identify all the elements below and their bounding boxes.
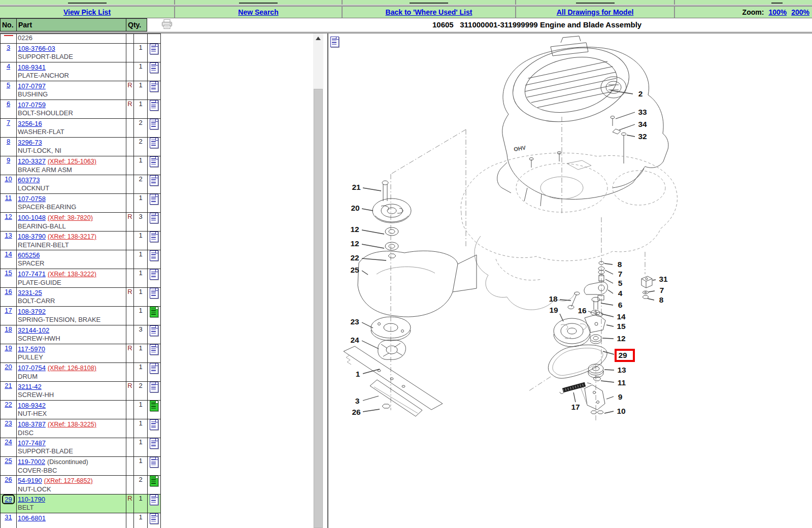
row-number-link[interactable]: 20: [5, 363, 12, 371]
document-icon[interactable]: [150, 382, 158, 392]
part-number-link[interactable]: 3296-73: [18, 139, 42, 146]
nav-link-back-to-where-used-list[interactable]: Back to 'Where Used' List: [386, 8, 472, 16]
callout-6[interactable]: 6: [618, 301, 623, 309]
callout-25[interactable]: 25: [350, 266, 359, 274]
callout-18[interactable]: 18: [549, 294, 558, 303]
callout-13[interactable]: 13: [617, 366, 626, 374]
document-icon[interactable]: [150, 194, 158, 205]
document-icon[interactable]: [150, 269, 158, 280]
part-number-link[interactable]: 110-1790: [18, 496, 45, 503]
callout-34[interactable]: 34: [638, 120, 647, 128]
row-number-link[interactable]: 24: [5, 438, 12, 446]
clipped-row-number-link[interactable]: [4, 35, 13, 36]
part-number-link[interactable]: 107-0758: [18, 195, 46, 203]
callout-4[interactable]: 4: [618, 289, 623, 298]
row-number-link[interactable]: 9: [7, 156, 10, 164]
document-icon[interactable]: [150, 476, 158, 486]
row-number-link[interactable]: 22: [5, 401, 12, 408]
document-icon[interactable]: [150, 307, 158, 317]
callout-16[interactable]: 16: [578, 306, 587, 315]
printer-icon[interactable]: [161, 19, 173, 31]
part-xref-link[interactable]: (XRef: 38-7820): [48, 214, 93, 221]
row-number-link[interactable]: 7: [7, 119, 10, 126]
part-number-link[interactable]: 107-0754: [18, 364, 46, 372]
document-icon[interactable]: [150, 325, 158, 336]
row-number-link[interactable]: 16: [5, 288, 12, 295]
part-number-link[interactable]: 32144-102: [18, 326, 49, 334]
row-number-link[interactable]: 5: [7, 81, 10, 89]
row-number-link[interactable]: 14: [5, 250, 12, 258]
nav-link-view-pick-list[interactable]: View Pick List: [63, 8, 111, 16]
part-number-link[interactable]: 120-3327: [18, 157, 46, 165]
row-number-link[interactable]: 10: [5, 175, 12, 183]
scrollbar-up-arrow[interactable]: [313, 34, 323, 43]
document-icon[interactable]: [150, 175, 158, 186]
document-icon[interactable]: [150, 438, 158, 449]
document-icon[interactable]: [150, 81, 158, 92]
callout-7[interactable]: 7: [618, 270, 623, 278]
row-number-link[interactable]: 6: [7, 100, 10, 108]
callout-31[interactable]: 31: [659, 275, 668, 283]
row-number-link[interactable]: 11: [5, 194, 12, 202]
part-number-link[interactable]: 107-7471: [18, 270, 46, 278]
callout-19[interactable]: 19: [549, 306, 558, 314]
zoom-option-100[interactable]: 100%: [768, 8, 787, 16]
callout-12[interactable]: 12: [350, 239, 359, 248]
part-number-link[interactable]: 107-7487: [18, 439, 46, 447]
part-number-link[interactable]: 107-0759: [18, 101, 46, 109]
row-number-link[interactable]: 4: [7, 62, 10, 70]
document-icon[interactable]: [150, 494, 158, 505]
row-number-link[interactable]: 29: [2, 494, 14, 504]
part-number-link[interactable]: 119-7002: [18, 458, 45, 466]
part-xref-link[interactable]: (XRef: 126-8108): [48, 365, 96, 372]
part-number-link[interactable]: 108-3792: [18, 308, 46, 315]
callout-12[interactable]: 12: [350, 225, 359, 234]
callout-3[interactable]: 3: [355, 397, 360, 405]
callout-32[interactable]: 32: [638, 132, 647, 141]
nav-link-new-search[interactable]: New Search: [238, 8, 278, 16]
part-number-link[interactable]: 108-3766-03: [18, 45, 55, 52]
document-icon[interactable]: [150, 513, 158, 524]
row-number-link[interactable]: 15: [5, 269, 12, 277]
callout-26[interactable]: 26: [352, 408, 361, 416]
part-number-link[interactable]: 54-9190: [18, 477, 42, 484]
part-number-link[interactable]: 108-9342: [18, 402, 46, 409]
nav-link-all-drawings-for-model[interactable]: All Drawings for Model: [557, 8, 634, 16]
callout-10[interactable]: 10: [617, 407, 625, 415]
document-icon[interactable]: [150, 363, 158, 374]
document-icon[interactable]: [150, 401, 158, 411]
row-number-link[interactable]: 17: [5, 307, 12, 314]
document-icon[interactable]: [150, 119, 158, 129]
row-number-link[interactable]: 13: [5, 232, 12, 239]
part-number-link[interactable]: 117-5970: [18, 345, 45, 353]
part-number-link[interactable]: 605256: [18, 251, 40, 259]
callout-11[interactable]: 11: [618, 378, 626, 387]
callout-1[interactable]: 1: [356, 370, 360, 378]
part-number-link[interactable]: 100-1048: [18, 214, 46, 221]
row-number-link[interactable]: 12: [5, 213, 12, 220]
row-number-link[interactable]: 21: [5, 382, 12, 389]
callout-22[interactable]: 22: [350, 253, 359, 262]
callout-21[interactable]: 21: [352, 183, 361, 191]
callout-8[interactable]: 8: [659, 295, 664, 304]
callout-23[interactable]: 23: [350, 317, 359, 326]
callout-17[interactable]: 17: [571, 403, 580, 411]
document-icon[interactable]: [150, 419, 158, 430]
row-number-link[interactable]: 8: [7, 138, 10, 145]
part-xref-link[interactable]: (XRef: 127-6852): [44, 477, 93, 484]
part-xref-link[interactable]: (XRef: 125-1063): [48, 158, 96, 165]
callout-29[interactable]: 29: [618, 351, 627, 359]
callout-33[interactable]: 33: [638, 108, 647, 116]
callout-14[interactable]: 14: [617, 312, 626, 321]
document-icon[interactable]: [150, 457, 158, 468]
scrollbar-thumb[interactable]: [314, 89, 323, 528]
part-number-link[interactable]: 106-6801: [18, 514, 46, 522]
zoom-option-200[interactable]: 200%: [791, 8, 809, 16]
document-icon[interactable]: [150, 250, 158, 261]
document-icon[interactable]: [150, 62, 158, 73]
callout-8[interactable]: 8: [618, 260, 622, 269]
part-xref-link[interactable]: (XRef: 138-3225): [48, 421, 96, 428]
callout-12[interactable]: 12: [617, 334, 625, 343]
row-number-link[interactable]: 31: [5, 513, 12, 521]
part-number-link[interactable]: 603773: [18, 176, 40, 184]
